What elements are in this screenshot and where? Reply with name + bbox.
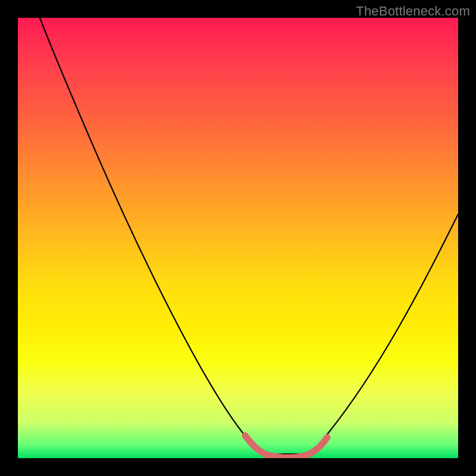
chart-frame: TheBottleneck.com <box>0 0 476 476</box>
bottleneck-curve-path <box>40 18 458 454</box>
watermark-text: TheBottleneck.com <box>356 4 470 19</box>
optimal-zone-path <box>245 436 327 458</box>
curve-svg <box>18 18 458 458</box>
plot-area <box>18 18 458 458</box>
